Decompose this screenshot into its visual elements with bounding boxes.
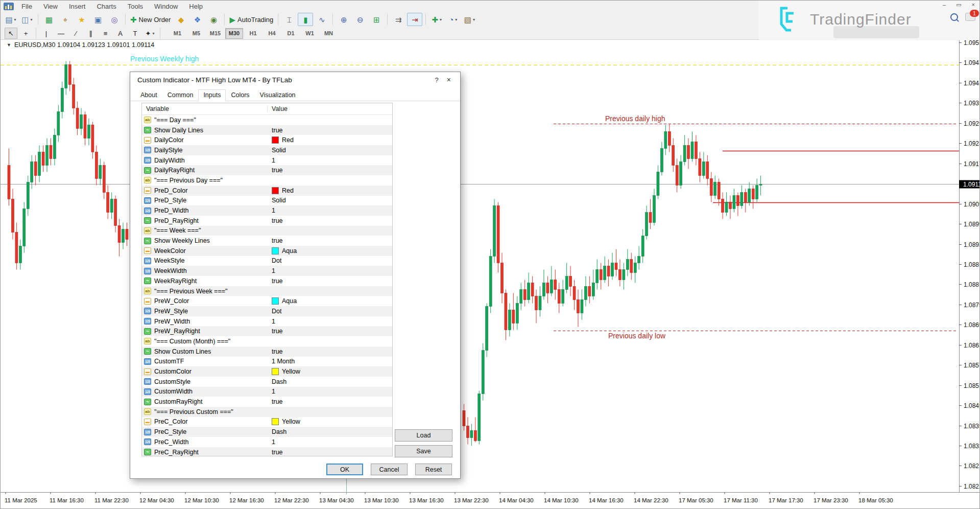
time-tick-label[interactable]: 17 Mar 23:30 bbox=[814, 497, 848, 503]
time-tick-label[interactable]: 12 Mar 16:30 bbox=[229, 497, 264, 503]
param-row[interactable]: 123PreW_StyleDot bbox=[142, 306, 392, 316]
terminal-button[interactable]: ▣ bbox=[90, 13, 106, 26]
param-row[interactable]: ab"=== Week ===" bbox=[142, 226, 392, 236]
close-button[interactable]: × bbox=[970, 2, 976, 8]
param-row[interactable]: ~WeekRayRighttrue bbox=[142, 276, 392, 286]
param-row[interactable]: 123DailyStyleSolid bbox=[142, 145, 392, 155]
time-tick-label[interactable]: 13 Mar 10:30 bbox=[364, 497, 399, 503]
time-tick-label[interactable]: 11 Mar 2025 bbox=[5, 497, 37, 503]
tab-common[interactable]: Common bbox=[162, 89, 199, 101]
ok-button[interactable]: OK bbox=[326, 464, 363, 475]
time-tick-label[interactable]: 13 Mar 04:30 bbox=[319, 497, 354, 503]
tab-colors[interactable]: Colors bbox=[226, 89, 254, 101]
value-cell[interactable]: 1 bbox=[268, 267, 392, 274]
param-row[interactable]: ▬DailyColorRed bbox=[142, 135, 392, 145]
menu-view[interactable]: View bbox=[38, 2, 63, 11]
zoom-in-button[interactable]: ⊕ bbox=[336, 13, 351, 26]
param-row[interactable]: 123PreC_StyleDash bbox=[142, 427, 392, 437]
value-cell[interactable]: Yellow bbox=[268, 418, 392, 425]
time-tick-label[interactable]: 14 Mar 04:30 bbox=[499, 497, 534, 503]
menu-file[interactable]: File bbox=[16, 2, 38, 11]
value-cell[interactable]: true bbox=[268, 348, 392, 355]
value-cell[interactable]: Dash bbox=[268, 428, 392, 435]
timeframe-m1[interactable]: M1 bbox=[169, 28, 186, 39]
param-row[interactable]: 123CustomStyleDash bbox=[142, 377, 392, 387]
trendline-button[interactable]: ∕ bbox=[69, 28, 82, 39]
param-row[interactable]: ~PreC_RayRighttrue bbox=[142, 447, 392, 456]
value-cell[interactable]: Yellow bbox=[268, 368, 392, 375]
value-cell[interactable]: true bbox=[268, 449, 392, 456]
value-cell[interactable]: true bbox=[268, 217, 392, 224]
value-cell[interactable]: true bbox=[268, 328, 392, 335]
previous-weekly-high-label[interactable]: Previous Weekly high bbox=[130, 55, 199, 63]
timeframe-d1[interactable]: D1 bbox=[282, 28, 300, 39]
cancel-button[interactable]: Cancel bbox=[371, 464, 408, 475]
restore-button[interactable]: ▭ bbox=[954, 2, 963, 8]
param-row[interactable]: ~PreD_RayRighttrue bbox=[142, 216, 392, 226]
symbol-info[interactable]: ▼ EURUSD,M30 1.09104 1.09123 1.09101 1.0… bbox=[7, 41, 154, 49]
time-tick-label[interactable]: 12 Mar 10:30 bbox=[184, 497, 219, 503]
search-icon[interactable] bbox=[950, 13, 958, 21]
bar-chart-button[interactable]: ⌶ bbox=[281, 13, 297, 26]
value-cell[interactable]: Aqua bbox=[268, 297, 392, 305]
param-row[interactable]: ~DailyRayRighttrue bbox=[142, 165, 392, 175]
param-row[interactable]: 123DailyWidth1 bbox=[142, 155, 392, 166]
param-row[interactable]: 123PreW_Width1 bbox=[142, 316, 392, 327]
timeframe-h4[interactable]: H4 bbox=[263, 28, 281, 39]
value-cell[interactable]: Aqua bbox=[268, 247, 392, 254]
value-cell[interactable]: 1 Month bbox=[268, 358, 392, 365]
value-cell[interactable]: 1 bbox=[268, 157, 392, 164]
value-cell[interactable]: Dot bbox=[268, 308, 392, 315]
value-cell[interactable]: true bbox=[268, 167, 392, 174]
arrows-button[interactable]: ✦▾ bbox=[144, 28, 156, 39]
new-chart-button[interactable]: ▤▾ bbox=[3, 13, 18, 26]
param-row[interactable]: ▬PreD_ColorRed bbox=[142, 186, 392, 196]
param-row[interactable]: ab"=== Day ===" bbox=[142, 115, 392, 125]
time-tick-label[interactable]: 17 Mar 17:30 bbox=[769, 497, 803, 503]
param-row[interactable]: ab"=== Previous Custom ===" bbox=[142, 407, 392, 417]
time-tick-label[interactable]: 13 Mar 16:30 bbox=[409, 497, 444, 503]
time-tick-label[interactable]: 17 Mar 05:30 bbox=[679, 497, 713, 503]
periods-button[interactable]: ◔▾ bbox=[445, 13, 461, 26]
previous-daily-high-label[interactable]: Previous daily high bbox=[605, 114, 665, 123]
param-row[interactable]: ab"=== Custom (Month) ===" bbox=[142, 336, 392, 346]
fibonacci-button[interactable]: ≡ bbox=[99, 28, 112, 39]
new-order-button[interactable]: ✚New Order bbox=[129, 13, 172, 26]
previous-daily-low-label[interactable]: Previous daily low bbox=[608, 332, 666, 340]
line-chart-button[interactable]: ∿ bbox=[314, 13, 329, 26]
param-row[interactable]: 123PreC_Width1 bbox=[142, 437, 392, 447]
timeframe-m30[interactable]: M30 bbox=[225, 28, 243, 39]
param-row[interactable]: ~Show Custom Linestrue bbox=[142, 346, 392, 357]
save-button[interactable]: Save bbox=[395, 445, 452, 457]
menu-help[interactable]: Help bbox=[183, 2, 208, 11]
time-tick-label[interactable]: 12 Mar 04:30 bbox=[139, 497, 174, 503]
tab-about[interactable]: About bbox=[135, 89, 162, 101]
timeframe-w1[interactable]: W1 bbox=[301, 28, 319, 39]
time-tick-label[interactable]: 14 Mar 22:30 bbox=[634, 497, 668, 503]
tab-visualization[interactable]: Visualization bbox=[255, 89, 301, 101]
param-row[interactable]: ab"=== Previous Day ===" bbox=[142, 175, 392, 186]
reset-button[interactable]: Reset bbox=[415, 464, 452, 475]
time-tick-label[interactable]: 12 Mar 22:30 bbox=[274, 497, 309, 503]
param-row[interactable]: ~Show Daily Linestrue bbox=[142, 125, 392, 135]
value-cell[interactable]: true bbox=[268, 398, 392, 405]
load-button[interactable]: Load bbox=[395, 429, 452, 442]
time-tick-label[interactable]: 17 Mar 11:30 bbox=[724, 497, 758, 503]
value-cell[interactable]: true bbox=[268, 277, 392, 285]
notification-icon[interactable]: 1 bbox=[965, 13, 975, 21]
help-button[interactable]: ? bbox=[431, 75, 443, 85]
dialog-title-bar[interactable]: Custom Indicator - MTF High Low MT4 - By… bbox=[130, 72, 460, 87]
value-cell[interactable]: Solid bbox=[268, 197, 392, 204]
value-cell[interactable]: Red bbox=[268, 187, 392, 194]
horizontal-line-button[interactable]: — bbox=[55, 28, 67, 39]
param-row[interactable]: ▬WeekColorAqua bbox=[142, 246, 392, 256]
timeframe-h1[interactable]: H1 bbox=[244, 28, 262, 39]
data-window-button[interactable]: ⌖ bbox=[58, 13, 73, 26]
auto-scroll-button[interactable]: ⇉ bbox=[391, 13, 406, 26]
timeframe-mn[interactable]: MN bbox=[320, 28, 338, 39]
param-row[interactable]: 123PreD_StyleSolid bbox=[142, 196, 392, 206]
navigator-button[interactable]: ★ bbox=[74, 13, 89, 26]
value-cell[interactable]: Solid bbox=[268, 147, 392, 154]
param-row[interactable]: ▬PreW_ColorAqua bbox=[142, 296, 392, 306]
value-cell[interactable]: 1 bbox=[268, 388, 392, 395]
